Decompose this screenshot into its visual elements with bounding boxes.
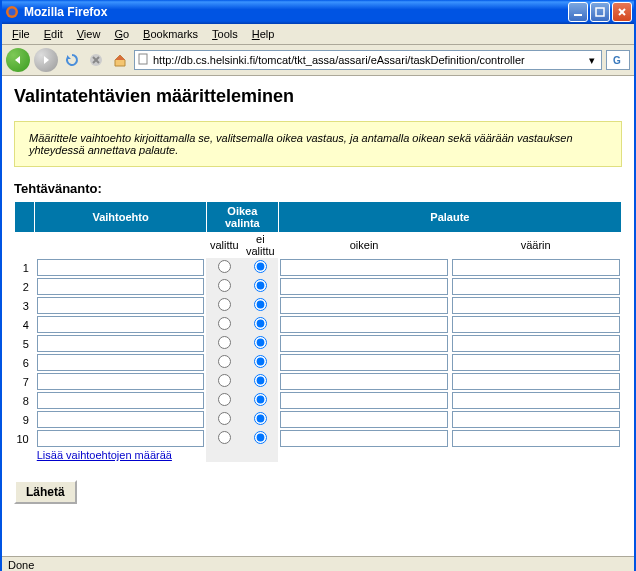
stop-button[interactable]	[86, 50, 106, 70]
menu-bookmarks[interactable]: Bookmarks	[137, 26, 204, 42]
feedback-wrong-input[interactable]	[452, 259, 620, 276]
row-number: 8	[15, 391, 35, 410]
close-button[interactable]	[612, 2, 632, 22]
menu-edit[interactable]: Edit	[38, 26, 69, 42]
feedback-right-input[interactable]	[280, 297, 448, 314]
radio-not-selected[interactable]	[254, 355, 267, 368]
radio-not-selected[interactable]	[254, 393, 267, 406]
th-feedback: Palaute	[278, 202, 621, 232]
options-table: Vaihtoehto Oikea valinta Palaute valittu…	[14, 202, 622, 462]
row-number: 4	[15, 315, 35, 334]
svg-rect-9	[139, 54, 147, 64]
status-text: Done	[8, 559, 34, 571]
radio-selected[interactable]	[218, 374, 231, 387]
feedback-right-input[interactable]	[280, 278, 448, 295]
table-row: 10	[15, 429, 622, 448]
page-content: Valintatehtävien määritteleminen Määritt…	[2, 76, 634, 556]
feedback-right-input[interactable]	[280, 373, 448, 390]
url-input[interactable]	[153, 52, 585, 68]
th-correct: Oikea valinta	[206, 202, 278, 232]
radio-selected[interactable]	[218, 298, 231, 311]
row-number: 6	[15, 353, 35, 372]
feedback-wrong-input[interactable]	[452, 373, 620, 390]
menu-tools[interactable]: Tools	[206, 26, 244, 42]
option-input[interactable]	[37, 411, 205, 428]
radio-selected[interactable]	[218, 412, 231, 425]
search-button[interactable]: G	[606, 50, 630, 70]
feedback-wrong-input[interactable]	[452, 335, 620, 352]
radio-selected[interactable]	[218, 393, 231, 406]
option-input[interactable]	[37, 297, 205, 314]
feedback-wrong-input[interactable]	[452, 316, 620, 333]
radio-not-selected[interactable]	[254, 260, 267, 273]
radio-selected[interactable]	[218, 336, 231, 349]
feedback-wrong-input[interactable]	[452, 392, 620, 409]
option-input[interactable]	[37, 335, 205, 352]
feedback-wrong-input[interactable]	[452, 278, 620, 295]
radio-selected[interactable]	[218, 317, 231, 330]
feedback-right-input[interactable]	[280, 335, 448, 352]
option-input[interactable]	[37, 354, 205, 371]
row-number: 9	[15, 410, 35, 429]
window-title: Mozilla Firefox	[24, 5, 568, 19]
back-button[interactable]	[6, 48, 30, 72]
row-number: 2	[15, 277, 35, 296]
radio-selected[interactable]	[218, 431, 231, 444]
feedback-wrong-input[interactable]	[452, 430, 620, 447]
feedback-right-input[interactable]	[280, 316, 448, 333]
feedback-right-input[interactable]	[280, 259, 448, 276]
radio-not-selected[interactable]	[254, 317, 267, 330]
radio-selected[interactable]	[218, 279, 231, 292]
table-row: 2	[15, 277, 622, 296]
option-input[interactable]	[37, 278, 205, 295]
toolbar: ▾ G	[2, 45, 634, 76]
option-input[interactable]	[37, 392, 205, 409]
sub-right: oikein	[278, 232, 450, 258]
feedback-right-input[interactable]	[280, 392, 448, 409]
radio-selected[interactable]	[218, 260, 231, 273]
forward-button[interactable]	[34, 48, 58, 72]
row-number: 5	[15, 334, 35, 353]
firefox-icon	[4, 4, 20, 20]
option-input[interactable]	[37, 259, 205, 276]
add-more-link[interactable]: Lisää vaihtoehtojen määrää	[37, 449, 172, 461]
url-dropdown[interactable]: ▾	[585, 54, 599, 67]
radio-not-selected[interactable]	[254, 374, 267, 387]
radio-not-selected[interactable]	[254, 279, 267, 292]
th-option: Vaihtoehto	[35, 202, 207, 232]
window-controls	[568, 2, 632, 22]
radio-not-selected[interactable]	[254, 298, 267, 311]
menu-file[interactable]: File	[6, 26, 36, 42]
submit-button[interactable]: Lähetä	[14, 480, 77, 504]
row-number: 7	[15, 372, 35, 391]
info-box: Määrittele vaihtoehto kirjoittamalla se,…	[14, 121, 622, 167]
option-input[interactable]	[37, 373, 205, 390]
radio-not-selected[interactable]	[254, 431, 267, 444]
table-row: 5	[15, 334, 622, 353]
svg-rect-3	[596, 8, 604, 16]
feedback-wrong-input[interactable]	[452, 354, 620, 371]
home-button[interactable]	[110, 50, 130, 70]
feedback-right-input[interactable]	[280, 411, 448, 428]
table-row: 4	[15, 315, 622, 334]
url-bar: ▾	[134, 50, 602, 70]
menu-help[interactable]: Help	[246, 26, 281, 42]
menu-view[interactable]: View	[71, 26, 107, 42]
radio-selected[interactable]	[218, 355, 231, 368]
browser-window: Mozilla Firefox File Edit View Go Bookma…	[0, 0, 636, 571]
menu-go[interactable]: Go	[108, 26, 135, 42]
reload-button[interactable]	[62, 50, 82, 70]
radio-not-selected[interactable]	[254, 412, 267, 425]
option-input[interactable]	[37, 316, 205, 333]
feedback-right-input[interactable]	[280, 354, 448, 371]
maximize-button[interactable]	[590, 2, 610, 22]
option-input[interactable]	[37, 430, 205, 447]
svg-rect-2	[574, 14, 582, 16]
feedback-wrong-input[interactable]	[452, 411, 620, 428]
feedback-wrong-input[interactable]	[452, 297, 620, 314]
minimize-button[interactable]	[568, 2, 588, 22]
sub-not-selected: ei valittu	[242, 232, 278, 258]
th-corner	[15, 202, 35, 232]
radio-not-selected[interactable]	[254, 336, 267, 349]
feedback-right-input[interactable]	[280, 430, 448, 447]
